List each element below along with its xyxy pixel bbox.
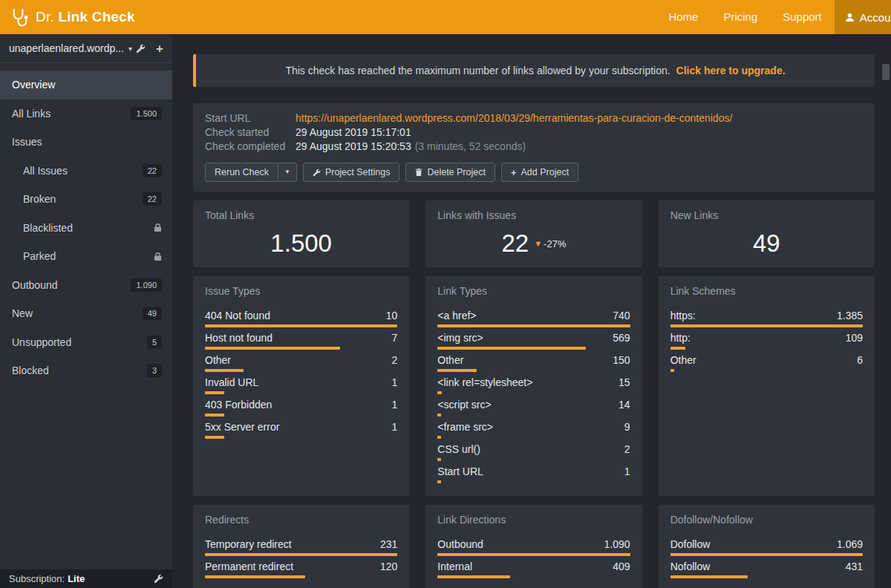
metric-label: <script src> bbox=[437, 398, 491, 412]
metric[interactable]: Nofollow 431 bbox=[670, 560, 863, 578]
project-row: unaperlaenlared.wordp... ▾ + bbox=[0, 34, 172, 63]
metric-label: <frame src> bbox=[437, 420, 493, 434]
logo[interactable]: Dr. Link Check bbox=[0, 7, 144, 27]
info-row: Check started 29 August 2019 15:17:01 bbox=[205, 125, 863, 140]
stat-card-links-with-issues: Links with Issues 22 ▼-27% bbox=[425, 200, 642, 267]
add-project-icon[interactable]: + bbox=[156, 42, 163, 55]
main-content: This check has reached the maximum numbe… bbox=[172, 34, 891, 588]
info-row-value[interactable]: https://unaperlaenlared.wordpress.com/20… bbox=[296, 111, 732, 125]
metric-bar bbox=[437, 553, 630, 556]
sidebar-item[interactable]: Issues bbox=[0, 128, 172, 157]
metric-bar bbox=[437, 575, 630, 578]
metric-label: Start URL bbox=[437, 465, 483, 479]
metric[interactable]: 403 Forbidden 1 bbox=[205, 398, 397, 416]
sidebar-item[interactable]: Overview bbox=[0, 71, 172, 99]
plus-icon: + bbox=[511, 168, 517, 177]
metric-bar bbox=[670, 347, 863, 350]
sidebar-item[interactable]: Outbound 1.090 bbox=[0, 271, 172, 300]
metric[interactable]: Other 2 bbox=[205, 353, 397, 372]
metric-value: 431 bbox=[846, 560, 863, 574]
stats-row: Total Links 1.500 Links with Issues 22 ▼… bbox=[193, 200, 875, 267]
sidebar-item-label: Blacklisted bbox=[23, 222, 73, 234]
metric-label: CSS url() bbox=[437, 442, 480, 457]
metric[interactable]: Host not found 7 bbox=[205, 331, 397, 350]
metric-value: 231 bbox=[380, 538, 397, 552]
metric-bar-fill bbox=[205, 347, 340, 350]
metric[interactable]: Start URL 1 bbox=[437, 465, 630, 483]
app-title: Dr. Link Check bbox=[36, 9, 135, 25]
info-row-value: 29 August 2019 15:20:53 bbox=[296, 140, 411, 154]
metric-bar-fill bbox=[670, 369, 674, 372]
metric-label: Host not found bbox=[205, 331, 272, 345]
metric-bar bbox=[205, 414, 397, 416]
scrollbar[interactable] bbox=[881, 34, 891, 588]
scrollbar-thumb[interactable] bbox=[882, 64, 890, 80]
chevron-down-icon: ▾ bbox=[128, 45, 132, 53]
upgrade-link[interactable]: Click here to upgrade. bbox=[676, 65, 786, 76]
sidebar-item[interactable]: Blacklisted bbox=[0, 214, 172, 243]
metric[interactable]: <img src> 569 bbox=[437, 331, 630, 350]
metric-bar bbox=[437, 436, 630, 439]
delete-project-button[interactable]: Delete Project bbox=[405, 163, 495, 182]
sidebar-item[interactable]: All Issues 22 bbox=[0, 157, 172, 186]
account-label: Account bbox=[860, 11, 891, 24]
sidebar-item-label: All Links bbox=[12, 108, 50, 120]
project-settings-button[interactable]: Project Settings bbox=[303, 163, 400, 182]
rerun-check-dropdown[interactable]: ▼ bbox=[278, 163, 297, 182]
metric-bar bbox=[437, 369, 630, 372]
metric[interactable]: 5xx Server error 1 bbox=[205, 420, 397, 439]
sidebar-item[interactable]: Unsupported 5 bbox=[0, 328, 172, 357]
metric-value: 1 bbox=[392, 398, 398, 412]
metric-bar bbox=[670, 324, 863, 327]
metric[interactable]: CSS url() 2 bbox=[437, 442, 630, 461]
subscription-limit-alert: This check has reached the maximum numbe… bbox=[193, 54, 875, 87]
metric[interactable]: Internal 409 bbox=[437, 560, 630, 578]
metric[interactable]: <a href> 740 bbox=[437, 309, 630, 327]
panels-row-2: Redirects Temporary redirect 231 Permane… bbox=[193, 505, 875, 588]
metric[interactable]: Temporary redirect 231 bbox=[205, 538, 397, 556]
top-nav-item[interactable]: Support bbox=[770, 0, 835, 34]
metric[interactable]: Dofollow 1.069 bbox=[670, 538, 863, 556]
info-row-extra: (3 minutes, 52 seconds) bbox=[415, 140, 526, 154]
sidebar-item[interactable]: All Links 1.500 bbox=[0, 99, 172, 128]
metric[interactable]: Outbound 1.090 bbox=[437, 538, 630, 556]
metric-value: 15 bbox=[619, 376, 630, 390]
metric[interactable]: https: 1.385 bbox=[670, 309, 863, 327]
metric-label: 5xx Server error bbox=[205, 420, 279, 434]
metric[interactable]: http: 109 bbox=[670, 331, 863, 350]
metric-bar bbox=[205, 436, 397, 439]
metric-value: 1 bbox=[392, 420, 398, 434]
metric-bar-fill bbox=[437, 575, 509, 578]
metric[interactable]: Invalid URL 1 bbox=[205, 376, 397, 394]
metric-label: Permanent redirect bbox=[205, 560, 293, 574]
top-nav-item[interactable]: Pricing bbox=[711, 0, 770, 34]
metric-label: Internal bbox=[437, 560, 472, 574]
metric-bar bbox=[437, 458, 630, 461]
stethoscope-logo-icon bbox=[9, 7, 29, 27]
metric[interactable]: <frame src> 9 bbox=[437, 420, 630, 439]
metric[interactable]: 404 Not found 10 bbox=[205, 309, 397, 327]
metric[interactable]: <link rel=stylesheet> 15 bbox=[437, 376, 630, 394]
rerun-check-button[interactable]: Rerun Check bbox=[205, 163, 278, 182]
account-button[interactable]: Account bbox=[835, 0, 891, 34]
sidebar-item[interactable]: Blocked 3 bbox=[0, 356, 172, 385]
subscription-settings-icon[interactable] bbox=[154, 574, 163, 584]
metric[interactable]: <script src> 14 bbox=[437, 398, 630, 416]
sidebar-item[interactable]: Parked bbox=[0, 242, 172, 271]
add-project-button[interactable]: + Add Project bbox=[501, 163, 578, 182]
sidebar-item[interactable]: New 49 bbox=[0, 299, 172, 328]
project-actions: Rerun Check ▼ Project Settings Delete Pr… bbox=[205, 163, 863, 182]
wrench-icon bbox=[313, 169, 321, 177]
project-selector[interactable]: unaperlaenlared.wordp... ▾ bbox=[9, 42, 132, 54]
sidebar-item-label: Outbound bbox=[12, 279, 58, 291]
metric[interactable]: Other 150 bbox=[437, 353, 630, 372]
panel-issue-types: Issue Types 404 Not found 10 Host not fo… bbox=[193, 276, 409, 496]
metric-value: 150 bbox=[613, 353, 630, 368]
sidebar-item[interactable]: Broken 22 bbox=[0, 185, 172, 214]
project-settings-icon[interactable] bbox=[136, 44, 146, 53]
top-nav-item[interactable]: Home bbox=[656, 0, 711, 34]
metric[interactable]: Other 6 bbox=[670, 353, 863, 372]
metric-bar-fill bbox=[437, 369, 477, 372]
metric-bar bbox=[437, 347, 630, 350]
metric[interactable]: Permanent redirect 120 bbox=[205, 560, 397, 578]
